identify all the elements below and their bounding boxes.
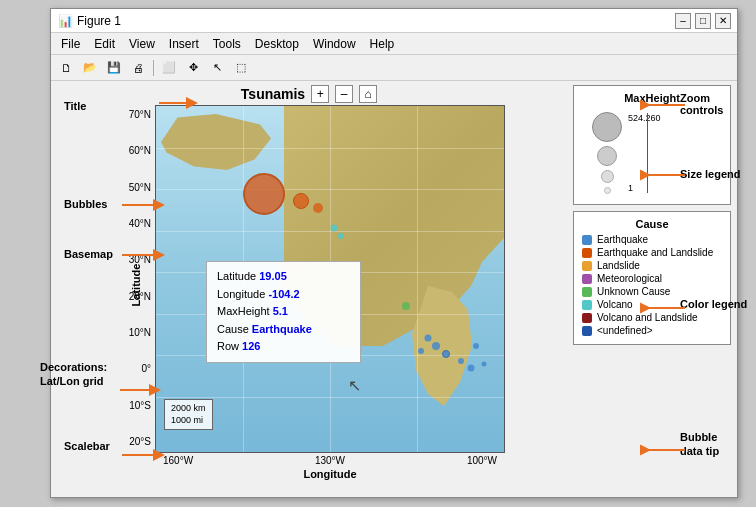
y-tick-70n: 70°N [129, 109, 151, 120]
color-dot-eq-landslide [582, 248, 592, 258]
color-dot-undefined [582, 326, 592, 336]
annotation-decorations-label: Decorations:Lat/Lon grid [40, 360, 107, 389]
figure-title: Tsunamis [241, 86, 305, 102]
color-item-earthquake: Earthquake [582, 234, 722, 245]
title-bar: 📊 Figure 1 – □ ✕ [51, 9, 737, 33]
size-scale-line [647, 113, 648, 193]
size-label-max: 524.260 [628, 113, 661, 123]
map[interactable]: Latitude 19.05 Longitude -104.2 MaxHeigh [155, 105, 505, 453]
annotation-scalebar-label: Scalebar [64, 440, 110, 452]
data-tooltip: Latitude 19.05 Longitude -104.2 MaxHeigh [206, 261, 361, 363]
maximize-button[interactable]: □ [695, 13, 711, 29]
tooltip-mh-label: MaxHeight [217, 305, 270, 317]
tooltip-lon-value: -104.2 [268, 288, 299, 300]
menu-desktop[interactable]: Desktop [249, 35, 305, 53]
bubble-med-2[interactable] [313, 203, 323, 213]
x-axis-title: Longitude [155, 468, 505, 480]
color-legend-title: Cause [582, 218, 722, 230]
size-circle-med [597, 146, 617, 166]
bubble-cyan-2[interactable] [338, 233, 344, 239]
bubble-med-1[interactable] [293, 193, 309, 209]
menu-tools[interactable]: Tools [207, 35, 247, 53]
bubble-blue-4[interactable] [482, 362, 487, 367]
menu-insert[interactable]: Insert [163, 35, 205, 53]
size-labels: 524.260 1 [628, 113, 661, 193]
zoom-out-button[interactable]: – [335, 85, 353, 103]
menu-help[interactable]: Help [364, 35, 401, 53]
figure-window: 📊 Figure 1 – □ ✕ File Edit View Insert T… [50, 8, 738, 498]
minimize-button[interactable]: – [675, 13, 691, 29]
bubble-blue-2[interactable] [458, 358, 464, 364]
toolbar-print[interactable]: 🖨 [127, 58, 149, 78]
zoom-reset-button[interactable]: ⌂ [359, 85, 377, 103]
figure-title-row: Tsunamis + – ⌂ [241, 85, 377, 103]
window-controls: – □ ✕ [675, 13, 731, 29]
window-icon: 📊 [57, 13, 73, 29]
menubar: File Edit View Insert Tools Desktop Wind… [51, 33, 737, 55]
annotation-bubble-datatip-label: Bubbledata tip [680, 430, 719, 459]
menu-view[interactable]: View [123, 35, 161, 53]
close-button[interactable]: ✕ [715, 13, 731, 29]
size-circle-large [592, 112, 622, 142]
bubble-blue-8[interactable] [418, 348, 424, 354]
y-tick-10n: 10°N [129, 327, 151, 338]
window-title: Figure 1 [77, 14, 675, 28]
menu-file[interactable]: File [55, 35, 86, 53]
tooltip-lon-row: Longitude -104.2 [217, 286, 350, 304]
bubble-blue-3[interactable] [468, 365, 475, 372]
toolbar: 🗋 📂 💾 🖨 ⬜ ✥ ↖ ⬚ [51, 55, 737, 81]
bubble-blue-1[interactable] [442, 350, 450, 358]
toolbar-select[interactable]: ↖ [206, 58, 228, 78]
color-label-unknown: Unknown Cause [597, 286, 670, 297]
color-dot-volcano [582, 300, 592, 310]
color-dot-landslide [582, 261, 592, 271]
tooltip-cause-label: Cause [217, 323, 249, 335]
bubble-green-1[interactable] [402, 302, 410, 310]
color-dot-meteorological [582, 274, 592, 284]
bubble-cyan-1[interactable] [331, 225, 338, 232]
menu-window[interactable]: Window [307, 35, 362, 53]
toolbar-databrush[interactable]: ⬚ [230, 58, 252, 78]
map-with-axes: Latitude 70°N 60°N 50°N 40°N 30°N 20°N 1… [113, 105, 505, 480]
color-legend-items: Earthquake Earthquake and Landslide Land… [582, 234, 722, 336]
bubble-blue-7[interactable] [425, 335, 432, 342]
color-dot-volcano-landslide [582, 313, 592, 323]
color-item-undefined: <undefined> [582, 325, 722, 336]
tooltip-lat-label: Latitude [217, 270, 256, 282]
color-label-volcano-landslide: Volcano and Landslide [597, 312, 698, 323]
color-label-volcano: Volcano [597, 299, 633, 310]
x-tick-160w: 160°W [163, 455, 193, 466]
toolbar-separator-1 [153, 60, 154, 76]
scalebar: 2000 km 1000 mi [164, 399, 213, 430]
color-dot-earthquake [582, 235, 592, 245]
annotation-size-legend-label: Size legend [680, 168, 741, 180]
menu-edit[interactable]: Edit [88, 35, 121, 53]
map-column: Latitude 19.05 Longitude -104.2 MaxHeigh [155, 105, 505, 480]
bubble-large-earthquake[interactable] [243, 173, 285, 215]
color-item-volcano-landslide: Volcano and Landslide [582, 312, 722, 323]
toolbar-pan[interactable]: ✥ [182, 58, 204, 78]
bubble-blue-5[interactable] [473, 343, 479, 349]
size-legend-content: 524.260 1 [582, 108, 722, 198]
x-tick-130w: 130°W [315, 455, 345, 466]
tooltip-mh-row: MaxHeight 5.1 [217, 303, 350, 321]
toolbar-new[interactable]: 🗋 [55, 58, 77, 78]
color-label-meteorological: Meteorological [597, 273, 662, 284]
y-tick-10s: 10°S [129, 400, 151, 411]
zoom-in-button[interactable]: + [311, 85, 329, 103]
color-dot-unknown [582, 287, 592, 297]
color-item-landslide: Landslide [582, 260, 722, 271]
scalebar-km: 2000 km [171, 402, 206, 415]
y-tick-50n: 50°N [129, 182, 151, 193]
annotation-bubbles-label: Bubbles [64, 198, 107, 210]
annotation-title-label: Title [64, 100, 86, 112]
color-item-eq-landslide: Earthquake and Landslide [582, 247, 722, 258]
x-axis: 160°W 130°W 100°W [155, 453, 505, 468]
main-area: Tsunamis + – ⌂ Latitude 70°N 60°N 50°N 4… [51, 81, 737, 497]
toolbar-save[interactable]: 💾 [103, 58, 125, 78]
toolbar-zoom-window[interactable]: ⬜ [158, 58, 180, 78]
annotation-zoom-label: Zoomcontrols [680, 92, 723, 116]
toolbar-open[interactable]: 📂 [79, 58, 101, 78]
bubble-blue-6[interactable] [432, 342, 440, 350]
tooltip-lat-row: Latitude 19.05 [217, 268, 350, 286]
